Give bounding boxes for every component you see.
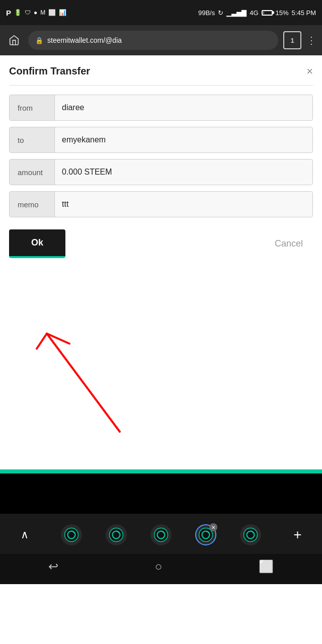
memo-value: ttt (55, 192, 312, 217)
buttons-row: Ok Cancel (9, 229, 313, 258)
url-text: steemitwallet.com/@dia (47, 36, 122, 44)
battery-indicator (262, 10, 273, 16)
tabs-button[interactable]: 1 (283, 31, 301, 49)
scroll-up-button[interactable]: ∧ (12, 522, 37, 547)
screen-icon: ⬜ (48, 9, 56, 16)
to-label: to (10, 127, 55, 152)
memo-label: memo (10, 192, 55, 217)
svg-line-1 (37, 334, 47, 349)
from-label: from (10, 95, 55, 120)
amount-label: amount (10, 159, 55, 185)
dialog-header: Confirm Transfer × (9, 65, 313, 77)
browser-chrome: 🔒 steemitwallet.com/@dia 1 ⋮ (0, 25, 322, 55)
home-nav-button[interactable]: ○ (155, 559, 163, 574)
browser-menu-button[interactable]: ⋮ (306, 34, 317, 46)
ok-button[interactable]: Ok (9, 229, 65, 258)
amount-value: 0.000 STEEM (55, 159, 312, 185)
battery-icon: 🔋 (14, 9, 22, 16)
battery-percent: 15% (276, 9, 289, 17)
dot-icon: ● (34, 9, 37, 16)
status-right: 99B/s ↻ ▁▃▅▇ 4G 15% 5:45 PM (198, 9, 316, 17)
from-field-row: from diaree (9, 95, 313, 121)
to-value: emyekanem (55, 127, 312, 152)
back-button[interactable]: ↩ (48, 559, 58, 574)
steem-tab-icon-5 (243, 527, 258, 542)
status-left: P 🔋 🛡 ● M ⬜ 📊 (6, 9, 66, 17)
svg-line-0 (47, 334, 120, 432)
url-bar[interactable]: 🔒 steemitwallet.com/@dia (28, 31, 278, 50)
dialog-title: Confirm Transfer (9, 65, 90, 77)
status-bar: P 🔋 🛡 ● M ⬜ 📊 99B/s ↻ ▁▃▅▇ 4G 15% 5:45 P… (0, 0, 322, 25)
signal-label: 4G (250, 9, 258, 17)
nav-bar: ↩ ○ ⬜ (0, 554, 322, 584)
from-value: diaree (55, 95, 312, 120)
steem-tab-icon-3 (153, 527, 169, 542)
p-icon: P (6, 9, 11, 17)
mail-icon: M (40, 9, 45, 16)
arrow-annotation (9, 258, 313, 459)
graph-icon: 📊 (59, 9, 66, 16)
home-button[interactable] (5, 31, 23, 49)
svg-line-2 (47, 334, 69, 344)
header-divider (9, 85, 313, 86)
svg-point-11 (244, 528, 258, 542)
sync-icon: ↻ (218, 9, 223, 17)
annotation-area (9, 258, 313, 459)
svg-point-5 (109, 528, 123, 542)
teal-accent-bar (0, 469, 322, 473)
svg-point-3 (64, 528, 78, 542)
network-speed: 99B/s (198, 9, 215, 17)
page-content: Confirm Transfer × from diaree to emyeka… (0, 55, 322, 469)
tab-count: 1 (290, 37, 294, 44)
amount-field-row: amount 0.000 STEEM (9, 159, 313, 185)
close-button[interactable]: × (306, 66, 313, 77)
svg-point-7 (154, 528, 168, 542)
browser-tab-1[interactable] (61, 524, 82, 545)
bottom-area: ∧ ✕ (0, 473, 322, 584)
cancel-button[interactable]: Cancel (265, 230, 313, 257)
tab-bar: ∧ ✕ (0, 514, 322, 554)
steem-tab-icon-2 (109, 527, 124, 542)
browser-tab-3[interactable] (150, 524, 172, 545)
browser-tab-4-active[interactable]: ✕ (195, 524, 216, 545)
new-tab-button[interactable]: + (285, 522, 310, 547)
tab-close-badge[interactable]: ✕ (209, 523, 217, 531)
to-field-row: to emyekanem (9, 127, 313, 153)
recents-button[interactable]: ⬜ (259, 559, 274, 574)
time-display: 5:45 PM (292, 9, 316, 17)
steem-tab-icon-1 (64, 527, 79, 542)
browser-tab-2[interactable] (106, 524, 127, 545)
memo-field-row: memo ttt (9, 191, 313, 217)
signal-bars: ▁▃▅▇ (226, 9, 247, 17)
shield-icon: 🛡 (25, 9, 31, 16)
lock-icon: 🔒 (35, 37, 43, 44)
browser-tab-5[interactable] (240, 524, 261, 545)
